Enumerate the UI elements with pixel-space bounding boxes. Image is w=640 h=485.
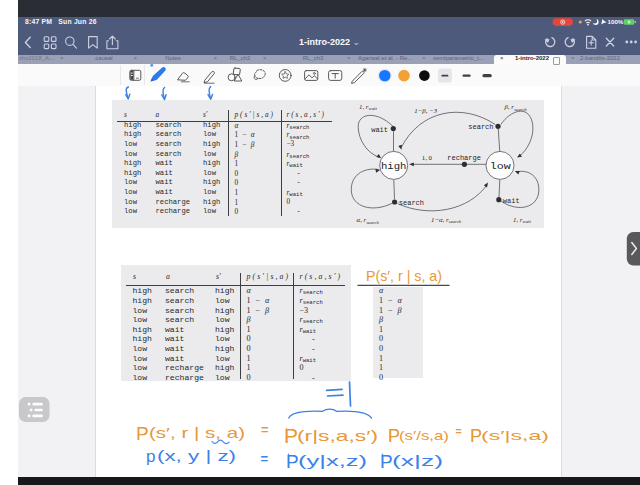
svg-text:1, rwait: 1, rwait [359, 103, 377, 111]
svg-text:=: = [261, 422, 269, 437]
svg-text:wait: wait [503, 197, 520, 205]
svg-text:(y|x,z): (y|x,z) [298, 453, 367, 469]
svg-text:recharge: recharge [447, 154, 481, 162]
svg-text:search: search [399, 199, 424, 207]
svg-text:low: low [490, 161, 512, 172]
svg-text:(s′|s,a): (s′|s,a) [481, 428, 549, 443]
svg-text:high: high [381, 161, 407, 172]
svg-text:(s′/s,a): (s′/s,a) [399, 428, 449, 443]
svg-text:1, 0: 1, 0 [422, 154, 433, 161]
svg-text:1−α, rsearch: 1−α, rsearch [431, 216, 462, 224]
svg-text:α, rsearch: α, rsearch [357, 216, 380, 224]
svg-text:100%: 100% [608, 18, 624, 25]
svg-text:(r|s,a,s′): (r|s,a,s′) [297, 428, 378, 444]
svg-text:β, rsearch: β, rsearch [504, 103, 528, 111]
svg-text:=: = [456, 425, 462, 437]
svg-text:wait: wait [371, 126, 388, 134]
svg-text:p: p [146, 447, 155, 466]
svg-text:(x, y | z): (x, y | z) [157, 448, 236, 464]
svg-text:P: P [136, 423, 149, 444]
svg-text:=: = [261, 451, 269, 466]
svg-text:P(s′, r | s, a): P(s′, r | s, a) [366, 268, 442, 284]
svg-text:1−β, −3: 1−β, −3 [414, 107, 437, 114]
svg-text:(s′, r | s, a): (s′, r | s, a) [149, 425, 245, 441]
svg-text:search: search [468, 123, 493, 131]
svg-text:1, rwait: 1, rwait [513, 216, 531, 224]
svg-text:(x|z): (x|z) [392, 453, 443, 469]
